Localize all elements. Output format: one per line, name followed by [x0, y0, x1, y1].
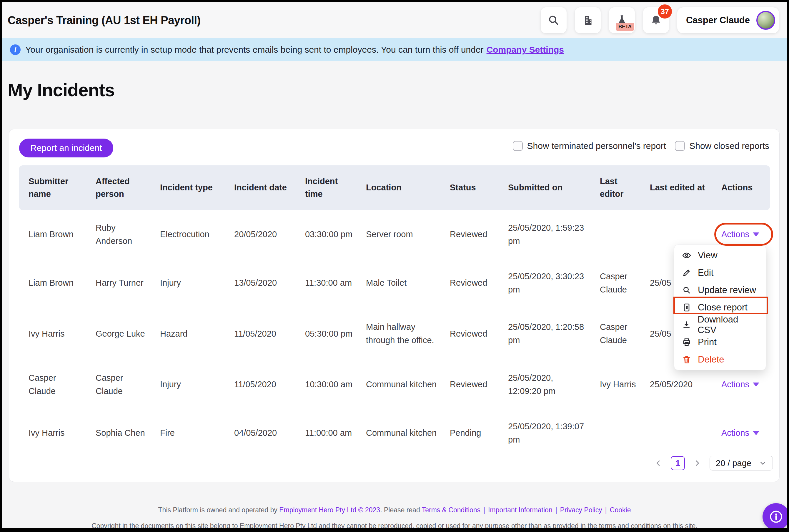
cell-time: 11:30:00 am: [296, 276, 357, 289]
menu-item-edit[interactable]: Edit: [674, 264, 766, 281]
page-title: My Incidents: [8, 79, 115, 100]
col-last-editor: Last editor: [591, 175, 640, 201]
menu-item-close-report[interactable]: Close report: [674, 299, 766, 316]
menu-item-label: Close report: [698, 302, 748, 313]
chevron-down-icon: [759, 459, 767, 467]
checkbox-icon[interactable]: [675, 141, 685, 151]
menu-item-delete[interactable]: Delete: [674, 351, 766, 368]
cell-submitted: 25/05/2020, 3:30:23 pm: [499, 270, 591, 296]
cell-submitter: Ivy Harris: [19, 426, 86, 440]
col-location: Location: [357, 181, 440, 194]
menu-item-view[interactable]: View: [674, 247, 766, 264]
incidents-card: Report an incident Show terminated perso…: [9, 129, 780, 482]
caret-down-icon: [753, 232, 759, 236]
privacy-policy-link[interactable]: Privacy Policy: [560, 506, 602, 514]
page-number-button[interactable]: 1: [671, 456, 685, 470]
cell-affected: Sophia Chen: [86, 426, 151, 440]
cell-affected: Casper Claude: [86, 371, 151, 398]
table-row: Liam Brown Harry Turner Injury 13/05/202…: [19, 259, 770, 307]
info-icon: [768, 509, 784, 524]
cell-date: 11/05/2020: [225, 327, 296, 340]
col-incident-type: Incident type: [151, 181, 225, 194]
cell-affected: Ruby Anderson: [86, 221, 151, 248]
table-row: Liam Brown Ruby Anderson Electrocution 2…: [19, 210, 770, 259]
menu-item-label: Delete: [698, 354, 724, 365]
menu-item-label: Print: [698, 337, 717, 347]
cell-date: 04/05/2020: [225, 426, 296, 440]
report-incident-button[interactable]: Report an incident: [19, 138, 113, 157]
cell-submitter: Casper Claude: [19, 371, 86, 398]
cell-date: 20/05/2020: [225, 228, 296, 241]
magnifier-icon: [682, 285, 691, 295]
pagination: 1 20 / page: [653, 456, 773, 471]
cell-submitter: Ivy Harris: [19, 327, 86, 340]
show-closed-checkbox[interactable]: Show closed reports: [675, 141, 769, 151]
footer-text: . Please read: [380, 506, 422, 514]
terms-link[interactable]: Terms & Conditions: [422, 506, 480, 514]
table-row: Ivy Harris Sophia Chen Fire 04/05/2020 1…: [19, 409, 770, 457]
footer-line2: Copyright in the documents on this site …: [2, 522, 787, 528]
actions-dropdown-menu: View Edit Update review Close report Dow…: [674, 245, 766, 370]
important-information-link[interactable]: Important Information: [488, 506, 553, 514]
col-incident-date: Incident date: [225, 181, 296, 194]
cell-last-editor: Casper Claude: [591, 270, 640, 296]
cookie-policy-link[interactable]: Cookie: [610, 506, 631, 514]
cell-submitted: 25/05/2020, 1:59:23 pm: [499, 221, 591, 248]
checkbox-icon[interactable]: [513, 141, 523, 151]
cell-status: Reviewed: [440, 228, 499, 241]
prev-page-button[interactable]: [653, 458, 664, 469]
menu-item-print[interactable]: Print: [674, 334, 766, 351]
col-incident-time: Incident time: [296, 175, 357, 201]
menu-item-download-csv[interactable]: Download CSV: [674, 316, 766, 334]
app-screen: Casper's Training (AU 1st EH Payroll) BE…: [2, 2, 787, 528]
table-body: Liam Brown Ruby Anderson Electrocution 2…: [19, 210, 770, 457]
row-actions-button[interactable]: Actions: [721, 378, 768, 391]
beta-badge: BETA: [616, 23, 634, 31]
caret-down-icon: [753, 431, 759, 435]
menu-item-update-review[interactable]: Update review: [674, 281, 766, 299]
table-row: Ivy Harris George Luke Hazard 11/05/2020…: [19, 307, 770, 360]
cell-submitted: 25/05/2020, 12:09:20 pm: [499, 371, 591, 398]
cell-type: Electrocution: [151, 228, 225, 241]
cell-location: Server room: [357, 228, 440, 241]
page-size-select[interactable]: 20 / page: [710, 456, 773, 471]
row-actions-button[interactable]: Actions: [721, 228, 768, 241]
cell-location: Male Toilet: [357, 276, 440, 289]
user-menu-button[interactable]: Casper Claude: [677, 7, 779, 33]
footer-line1: This Platform is owned and operated by E…: [2, 506, 787, 514]
footer-separator: |: [605, 506, 607, 514]
setup-mode-banner: i Your organisation is currently in setu…: [2, 38, 787, 61]
cell-submitted: 25/05/2020, 1:39:07 pm: [499, 420, 591, 446]
cell-time: 10:30:00 am: [296, 378, 357, 391]
caret-down-icon: [753, 382, 759, 387]
pencil-icon: [682, 268, 691, 278]
organisation-button[interactable]: [575, 7, 601, 33]
cell-affected: Harry Turner: [86, 276, 151, 289]
user-name: Casper Claude: [686, 15, 750, 25]
col-status: Status: [440, 181, 499, 194]
beta-labs-button[interactable]: BETA: [609, 7, 635, 33]
cell-type: Fire: [151, 426, 225, 440]
notification-count-badge: 37: [658, 4, 672, 19]
row-actions-button[interactable]: Actions: [721, 426, 768, 440]
show-terminated-checkbox[interactable]: Show terminated personnel's report: [513, 141, 666, 151]
cell-type: Hazard: [151, 327, 225, 340]
info-icon: i: [10, 44, 21, 55]
filters: Show terminated personnel's report Show …: [513, 141, 769, 151]
search-button[interactable]: [541, 7, 566, 33]
cell-submitter: Liam Brown: [19, 228, 86, 241]
cell-submitter: Liam Brown: [19, 276, 86, 289]
cell-date: 13/05/2020: [225, 276, 296, 289]
cell-status: Reviewed: [440, 276, 499, 289]
notifications-button[interactable]: 37: [643, 7, 669, 33]
employment-hero-link[interactable]: Employment Hero Pty Ltd © 2023: [279, 506, 380, 514]
printer-icon: [682, 338, 691, 347]
menu-item-label: View: [698, 250, 717, 261]
col-submitted-on: Submitted on: [499, 181, 591, 194]
next-page-button[interactable]: [692, 458, 703, 469]
company-settings-link[interactable]: Company Settings: [486, 45, 564, 55]
document-lock-icon: [682, 303, 691, 312]
cell-status: Reviewed: [440, 378, 499, 391]
cell-status: Pending: [440, 426, 499, 440]
topbar-actions: BETA 37 Casper Claude: [541, 7, 779, 33]
